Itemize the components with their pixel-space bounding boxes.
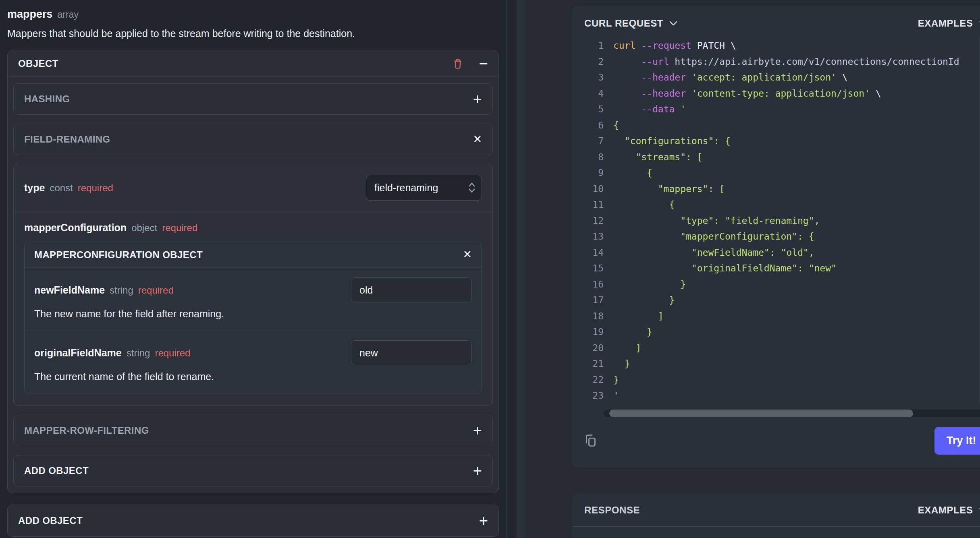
horizontal-scrollbar-track — [604, 410, 980, 417]
mapperconfiguration-object-title: MAPPERCONFIGURATION OBJECT — [34, 249, 203, 261]
response-title: RESPONSE — [584, 505, 640, 516]
newfieldname-description: The new name for the field after renamin… — [25, 306, 482, 330]
trash-icon — [452, 57, 464, 70]
section-mapper-row-filtering[interactable]: MAPPER-ROW-FILTERING + — [13, 415, 493, 446]
type-select-value: field-renaming — [374, 182, 438, 194]
api-reference-page: mappers array Mappers that should be app… — [0, 0, 980, 538]
response-header: RESPONSE EXAMPLES — [572, 493, 980, 526]
field-renaming-content: type const required field-renaming — [13, 164, 493, 406]
close-icon[interactable]: ✕ — [473, 134, 482, 145]
response-examples-dropdown[interactable]: EXAMPLES — [918, 505, 980, 516]
add-object-outer-label: ADD OBJECT — [18, 515, 83, 526]
try-it-button[interactable]: Try It! — [934, 427, 980, 455]
originalfieldname-row: originalFieldName string required — [25, 331, 482, 369]
curl-request-footer: Try It! — [572, 417, 980, 468]
field-name: mappers — [7, 8, 53, 21]
field-description: Mappers that should be applied to the st… — [7, 28, 499, 39]
response-examples-label: EXAMPLES — [918, 505, 973, 516]
property-required-badge: required — [78, 182, 113, 194]
plus-icon[interactable]: + — [473, 91, 482, 107]
property-name: mapperConfiguration — [24, 222, 127, 234]
originalfieldname-description: The current name of the field to rename. — [25, 369, 482, 393]
field-type-badge: array — [58, 9, 79, 20]
curl-request-dropdown[interactable]: CURL REQUEST — [584, 18, 678, 29]
chevron-down-icon — [979, 21, 980, 26]
divider-bar — [517, 0, 525, 538]
request-examples-label: EXAMPLES — [918, 18, 973, 29]
copy-icon — [583, 433, 598, 448]
up-down-chevron-icon — [468, 182, 476, 194]
newfieldname-label: newFieldName string required — [34, 284, 174, 296]
chevron-down-icon — [669, 21, 678, 26]
object-card-header: OBJECT − — [8, 50, 498, 77]
section-mapper-row-filtering-title: MAPPER-ROW-FILTERING — [24, 425, 149, 436]
schema-editor-pane: mappers array Mappers that should be app… — [0, 0, 506, 538]
property-qualifier: object — [131, 222, 157, 234]
property-required-badge: required — [155, 348, 190, 359]
type-property-label: type const required — [24, 182, 113, 194]
mapperconfiguration-property-row: mapperConfiguration object required — [14, 211, 492, 236]
chevron-down-icon — [979, 507, 980, 513]
mapperconfiguration-object-header: MAPPERCONFIGURATION OBJECT ✕ — [25, 242, 482, 268]
section-hashing[interactable]: HASHING + — [13, 83, 493, 115]
pane-divider — [506, 0, 525, 538]
object-card: OBJECT − HASHING — [7, 50, 499, 493]
property-required-badge: required — [138, 285, 174, 296]
property-qualifier: const — [50, 182, 73, 194]
minus-icon: − — [479, 56, 488, 71]
delete-object-button[interactable] — [452, 57, 464, 70]
section-field-renaming[interactable]: FIELD-RENAMING ✕ — [13, 124, 493, 155]
object-card-actions: − — [452, 56, 488, 71]
response-card: RESPONSE EXAMPLES — [572, 493, 980, 538]
property-name: type — [24, 182, 45, 194]
close-icon[interactable]: ✕ — [463, 249, 472, 260]
type-select[interactable]: field-renaming — [366, 175, 482, 201]
object-card-title: OBJECT — [18, 58, 58, 69]
add-object-inner-label: ADD OBJECT — [24, 465, 89, 476]
left-pane-scrollbar[interactable] — [507, 0, 517, 538]
object-card-body: HASHING + FIELD-RENAMING ✕ type const re… — [8, 77, 498, 493]
plus-icon[interactable]: + — [473, 423, 482, 438]
code-lines: curl --request PATCH \ --url https://api… — [613, 38, 959, 404]
curl-request-card: CURL REQUEST EXAMPLES 123456789101112131… — [572, 6, 980, 468]
newfieldname-row: newFieldName string required — [25, 268, 482, 306]
mapperconfiguration-object-box: MAPPERCONFIGURATION OBJECT ✕ newFieldNam… — [24, 242, 482, 393]
curl-request-header: CURL REQUEST EXAMPLES — [572, 6, 980, 35]
property-name: originalFieldName — [34, 347, 122, 359]
section-hashing-title: HASHING — [24, 93, 70, 105]
request-examples-dropdown[interactable]: EXAMPLES — [918, 18, 980, 29]
plus-icon[interactable]: + — [479, 513, 488, 528]
type-property-row: type const required field-renaming — [14, 164, 492, 211]
property-name: newFieldName — [34, 284, 105, 296]
response-body-stub — [572, 527, 980, 538]
code-editor: 1234567891011121314151617181920212223 cu… — [572, 35, 980, 404]
curl-request-title: CURL REQUEST — [584, 18, 663, 29]
property-qualifier: string — [110, 285, 133, 296]
horizontal-scrollbar-thumb[interactable] — [609, 410, 913, 417]
add-object-outer-button[interactable]: ADD OBJECT + — [7, 505, 499, 537]
copy-code-button[interactable] — [583, 433, 598, 448]
section-field-renaming-title: FIELD-RENAMING — [24, 134, 110, 145]
request-pane: CURL REQUEST EXAMPLES 123456789101112131… — [525, 0, 980, 538]
originalfieldname-label: originalFieldName string required — [34, 347, 190, 359]
property-qualifier: string — [127, 348, 150, 359]
add-object-inner-button[interactable]: ADD OBJECT + — [13, 455, 493, 486]
field-heading: mappers array — [7, 8, 499, 21]
property-required-badge: required — [162, 222, 197, 234]
originalfieldname-input[interactable] — [351, 340, 472, 365]
newfieldname-input[interactable] — [351, 277, 472, 302]
code-line-numbers: 1234567891011121314151617181920212223 — [572, 38, 604, 404]
mapperconfiguration-property-label: mapperConfiguration object required — [24, 222, 197, 234]
collapse-object-button[interactable]: − — [479, 56, 488, 71]
plus-icon[interactable]: + — [473, 463, 482, 478]
